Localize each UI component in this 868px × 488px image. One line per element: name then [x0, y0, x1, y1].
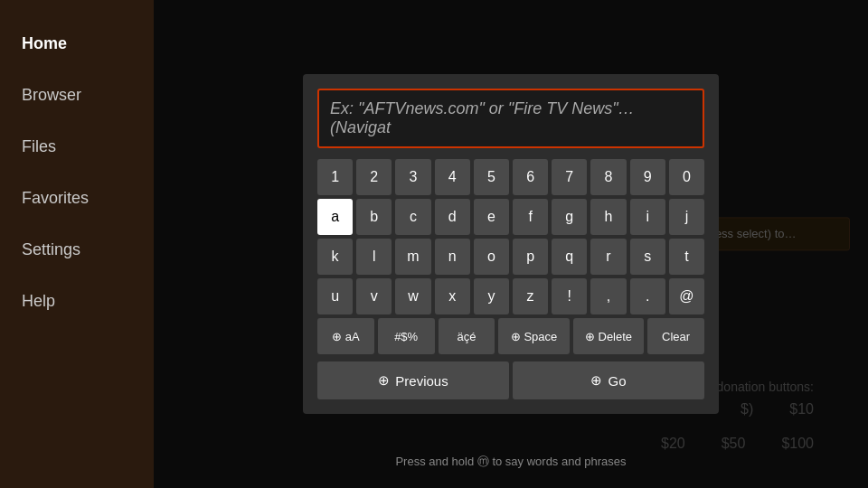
sidebar-item-browser[interactable]: Browser	[0, 70, 154, 121]
bottom-buttons: ⊕ Previous ⊕ Go	[317, 361, 704, 399]
key-accents[interactable]: äçé	[439, 318, 495, 354]
key-r[interactable]: r	[590, 239, 626, 275]
voice-hint: Press and hold ⓜ to say words and phrase…	[395, 454, 626, 470]
key-o[interactable]: o	[474, 239, 509, 275]
keyboard-row-special: ⊕ aA #$% äçé ⊕ Space ⊕ Delete Clear	[317, 318, 704, 354]
key-s[interactable]: s	[630, 239, 665, 275]
keyboard-row-numbers: 1 2 3 4 5 6 7 8 9 0	[317, 159, 704, 195]
key-p[interactable]: p	[513, 239, 548, 275]
key-5[interactable]: 5	[474, 159, 509, 195]
key-j[interactable]: j	[669, 199, 704, 235]
key-0[interactable]: 0	[669, 159, 704, 195]
url-input-container[interactable]: Ex: "AFTVnews.com" or "Fire TV News"… (N…	[317, 89, 704, 148]
key-c[interactable]: c	[395, 199, 430, 235]
key-g[interactable]: g	[552, 199, 587, 235]
key-3[interactable]: 3	[395, 159, 430, 195]
key-period[interactable]: .	[630, 278, 665, 314]
key-9[interactable]: 9	[630, 159, 665, 195]
url-input-placeholder: Ex: "AFTVnews.com" or "Fire TV News"… (N…	[330, 99, 635, 136]
key-i[interactable]: i	[630, 199, 665, 235]
key-clear[interactable]: Clear	[647, 318, 704, 354]
key-7[interactable]: 7	[552, 159, 587, 195]
go-button[interactable]: ⊕ Go	[513, 361, 704, 399]
key-at[interactable]: @	[669, 278, 704, 314]
dialog-overlay: Ex: "AFTVnews.com" or "Fire TV News"… (N…	[154, 0, 868, 488]
key-8[interactable]: 8	[590, 159, 626, 195]
main-area: ase donation buttons: $) $10 $20 $50 $10…	[154, 0, 868, 488]
key-l[interactable]: l	[356, 239, 392, 275]
key-caps[interactable]: ⊕ aA	[317, 318, 374, 354]
key-1[interactable]: 1	[317, 159, 353, 195]
key-n[interactable]: n	[435, 239, 470, 275]
key-y[interactable]: y	[474, 278, 509, 314]
go-icon: ⊕	[590, 372, 602, 389]
key-w[interactable]: w	[395, 278, 430, 314]
keyboard: 1 2 3 4 5 6 7 8 9 0 a b c d e	[317, 159, 704, 354]
sidebar-item-help[interactable]: Help	[0, 276, 154, 327]
sidebar-item-settings[interactable]: Settings	[0, 224, 154, 276]
key-x[interactable]: x	[435, 278, 470, 314]
key-f[interactable]: f	[513, 199, 548, 235]
previous-button[interactable]: ⊕ Previous	[317, 361, 509, 399]
key-m[interactable]: m	[395, 239, 430, 275]
key-u[interactable]: u	[317, 278, 353, 314]
key-e[interactable]: e	[474, 199, 509, 235]
keyboard-row-u-at: u v w x y z ! , . @	[317, 278, 704, 314]
previous-icon: ⊕	[378, 372, 390, 389]
key-symbols[interactable]: #$%	[378, 318, 435, 354]
key-delete[interactable]: ⊕ Delete	[573, 318, 644, 354]
sidebar-item-home[interactable]: Home	[0, 18, 154, 70]
key-comma[interactable]: ,	[590, 278, 626, 314]
key-q[interactable]: q	[552, 239, 587, 275]
sidebar-item-files[interactable]: Files	[0, 121, 154, 173]
key-6[interactable]: 6	[513, 159, 548, 195]
keyboard-row-aj: a b c d e f g h i j	[317, 199, 704, 235]
key-exclaim[interactable]: !	[552, 278, 587, 314]
keyboard-row-kt: k l m n o p q r s t	[317, 239, 704, 275]
key-z[interactable]: z	[513, 278, 548, 314]
key-a[interactable]: a	[317, 199, 353, 235]
key-v[interactable]: v	[356, 278, 392, 314]
key-4[interactable]: 4	[435, 159, 470, 195]
key-b[interactable]: b	[356, 199, 392, 235]
key-h[interactable]: h	[590, 199, 626, 235]
sidebar-item-favorites[interactable]: Favorites	[0, 173, 154, 224]
key-space[interactable]: ⊕ Space	[498, 318, 569, 354]
key-k[interactable]: k	[317, 239, 353, 275]
key-d[interactable]: d	[435, 199, 470, 235]
sidebar: Home Browser Files Favorites Settings He…	[0, 0, 154, 488]
key-2[interactable]: 2	[356, 159, 392, 195]
key-t[interactable]: t	[669, 239, 704, 275]
keyboard-dialog: Ex: "AFTVnews.com" or "Fire TV News"… (N…	[303, 74, 719, 414]
